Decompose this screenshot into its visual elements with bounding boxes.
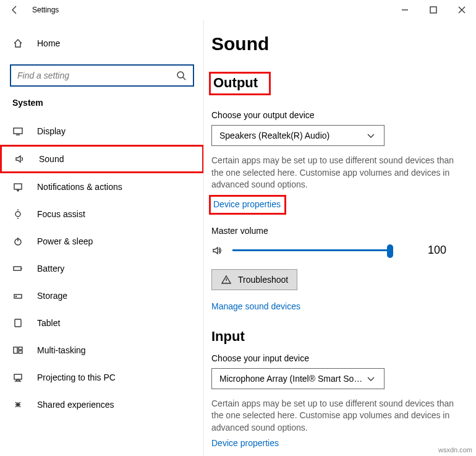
sidebar-item-label: Shared experiences	[37, 400, 114, 410]
input-device-label: Choose your input device	[211, 353, 470, 363]
input-device-properties-link[interactable]: Device properties	[211, 438, 279, 448]
svg-rect-10	[19, 347, 22, 350]
storage-icon	[12, 290, 23, 301]
input-device-value: Microphone Array (Intel® Smart So…	[219, 374, 362, 384]
sidebar-item-label: Multi-tasking	[37, 345, 86, 355]
input-note: Certain apps may be set up to use differ…	[211, 398, 465, 434]
sound-icon	[14, 153, 25, 165]
sidebar-item-power-sleep[interactable]: Power & sleep	[0, 228, 204, 255]
slider-track	[232, 249, 393, 251]
display-icon	[12, 126, 23, 137]
svg-rect-11	[19, 351, 22, 353]
sidebar-item-shared-experiences[interactable]: Shared experiences	[0, 391, 204, 418]
svg-point-7	[15, 296, 16, 296]
volume-icon[interactable]	[211, 245, 223, 256]
sidebar-home-label: Home	[37, 38, 60, 48]
sidebar-item-battery[interactable]: Battery	[0, 255, 204, 282]
sidebar-item-sound[interactable]: Sound	[0, 145, 204, 173]
sidebar-home[interactable]: Home	[0, 30, 204, 57]
sidebar-item-label: Notifications & actions	[37, 182, 122, 192]
maximize-button[interactable]	[419, 0, 448, 20]
sidebar-item-label: Tablet	[37, 318, 60, 328]
sidebar-item-label: Projecting to this PC	[37, 372, 116, 382]
svg-rect-3	[14, 184, 22, 189]
notifications-icon	[12, 181, 23, 192]
troubleshoot-label: Troubleshoot	[238, 275, 288, 285]
sidebar-item-multitasking[interactable]: Multi-tasking	[0, 337, 204, 364]
sidebar-group-system: System	[0, 98, 204, 108]
output-device-label: Choose your output device	[211, 110, 470, 120]
watermark: wsxdn.com	[438, 446, 472, 454]
warning-icon	[221, 274, 232, 285]
svg-rect-2	[14, 128, 22, 134]
minimize-button[interactable]	[391, 0, 419, 20]
sidebar-item-label: Power & sleep	[37, 236, 93, 246]
sidebar-item-projecting[interactable]: Projecting to this PC	[0, 364, 204, 391]
svg-rect-8	[15, 319, 21, 327]
content: Sound Output Choose your output device S…	[204, 20, 476, 456]
sidebar-item-label: Sound	[39, 154, 64, 164]
sidebar-item-label: Storage	[37, 291, 67, 301]
master-volume-value: 100	[428, 244, 446, 257]
output-device-select[interactable]: Speakers (Realtek(R) Audio)	[211, 125, 385, 146]
output-device-value: Speakers (Realtek(R) Audio)	[219, 131, 329, 140]
titlebar: Settings	[0, 0, 476, 20]
window-title: Settings	[30, 6, 391, 14]
master-volume-slider[interactable]	[232, 241, 393, 260]
sidebar-item-display[interactable]: Display	[0, 118, 204, 145]
output-heading: Output	[209, 72, 271, 95]
input-device-select[interactable]: Microphone Array (Intel® Smart So…	[211, 368, 385, 389]
focus-assist-icon	[12, 209, 23, 220]
multitasking-icon	[12, 345, 23, 356]
power-icon	[12, 236, 23, 247]
sidebar-item-focus-assist[interactable]: Focus assist	[0, 200, 204, 228]
master-volume-label: Master volume	[211, 226, 470, 236]
output-note: Certain apps may be set up to use differ…	[211, 155, 465, 191]
chevron-down-icon	[365, 373, 376, 384]
sidebar-item-label: Focus assist	[37, 209, 85, 219]
battery-icon	[12, 263, 23, 274]
search-input[interactable]	[17, 71, 176, 80]
sidebar-item-label: Display	[37, 126, 66, 136]
svg-rect-0	[430, 7, 436, 13]
sidebar-item-tablet[interactable]: Tablet	[0, 309, 204, 337]
svg-point-1	[177, 72, 184, 78]
close-button[interactable]	[448, 0, 476, 20]
manage-sound-devices-link[interactable]: Manage sound devices	[211, 301, 300, 311]
chevron-down-icon	[365, 130, 376, 141]
input-heading: Input	[211, 329, 470, 345]
svg-rect-12	[14, 374, 22, 379]
home-icon	[12, 38, 23, 49]
sidebar-item-label: Battery	[37, 264, 64, 273]
page-title: Sound	[211, 33, 470, 54]
svg-rect-5	[14, 267, 21, 270]
sidebar-item-notifications[interactable]: Notifications & actions	[0, 173, 204, 200]
sidebar: Home System Display Sound Notifications …	[0, 20, 204, 456]
projecting-icon	[12, 372, 23, 383]
svg-rect-9	[14, 347, 17, 353]
sidebar-item-storage[interactable]: Storage	[0, 282, 204, 309]
output-device-properties-link[interactable]: Device properties	[209, 195, 286, 215]
back-button[interactable]	[0, 0, 30, 20]
tablet-icon	[12, 317, 23, 329]
search-box[interactable]	[10, 64, 194, 87]
troubleshoot-button[interactable]: Troubleshoot	[211, 269, 297, 290]
shared-icon	[12, 399, 23, 410]
slider-thumb[interactable]	[387, 244, 393, 258]
search-icon	[176, 70, 187, 81]
